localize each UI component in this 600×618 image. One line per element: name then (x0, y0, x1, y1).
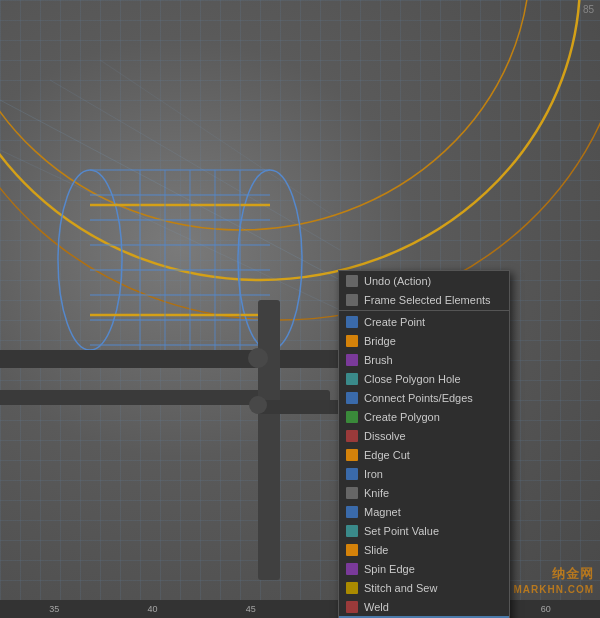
3d-viewport: Undo (Action) Frame Selected Elements Cr… (0, 0, 600, 618)
close-polygon-icon (345, 372, 359, 386)
menu-item-knife-label: Knife (364, 487, 389, 499)
iron-icon (345, 467, 359, 481)
menu-item-frame-label: Frame Selected Elements (364, 294, 491, 306)
menu-item-frame[interactable]: Frame Selected Elements (339, 290, 509, 309)
dissolve-icon (345, 429, 359, 443)
create-point-icon (345, 315, 359, 329)
menu-item-spin-edge[interactable]: Spin Edge (339, 559, 509, 578)
stitch-icon (345, 581, 359, 595)
bottom-ruler: 35 40 45 50 55 60 (0, 600, 600, 618)
menu-item-undo-label: Undo (Action) (364, 275, 431, 287)
menu-item-weld[interactable]: Weld (339, 597, 509, 616)
menu-item-slide[interactable]: Slide (339, 540, 509, 559)
menu-item-iron-label: Iron (364, 468, 383, 480)
menu-item-close-polygon-label: Close Polygon Hole (364, 373, 461, 385)
spin-edge-icon (345, 562, 359, 576)
menu-item-create-point[interactable]: Create Point (339, 312, 509, 331)
menu-item-create-point-label: Create Point (364, 316, 425, 328)
ruler-numbers: 35 40 45 50 55 60 (0, 604, 600, 614)
connect-icon (345, 391, 359, 405)
ruler-tick-35: 35 (5, 604, 103, 614)
watermark-line1: 纳金网 (513, 566, 594, 583)
menu-item-stitch-label: Stitch and Sew (364, 582, 437, 594)
menu-item-brush-label: Brush (364, 354, 393, 366)
menu-item-slide-label: Slide (364, 544, 388, 556)
menu-item-create-polygon-label: Create Polygon (364, 411, 440, 423)
edge-cut-icon (345, 448, 359, 462)
menu-item-magnet[interactable]: Magnet (339, 502, 509, 521)
menu-item-knife[interactable]: Knife (339, 483, 509, 502)
menu-item-edge-cut[interactable]: Edge Cut (339, 445, 509, 464)
menu-item-connect-label: Connect Points/Edges (364, 392, 473, 404)
menu-item-stitch[interactable]: Stitch and Sew (339, 578, 509, 597)
ruler-tick-60: 60 (497, 604, 595, 614)
magnet-icon (345, 505, 359, 519)
menu-item-spin-edge-label: Spin Edge (364, 563, 415, 575)
bridge-icon (345, 334, 359, 348)
menu-item-bridge-label: Bridge (364, 335, 396, 347)
menu-item-close-polygon[interactable]: Close Polygon Hole (339, 369, 509, 388)
menu-item-iron[interactable]: Iron (339, 464, 509, 483)
create-polygon-icon (345, 410, 359, 424)
menu-item-bridge[interactable]: Bridge (339, 331, 509, 350)
menu-item-create-polygon[interactable]: Create Polygon (339, 407, 509, 426)
context-menu: Undo (Action) Frame Selected Elements Cr… (338, 270, 510, 618)
watermark-line2: MARKHN.COM (513, 583, 594, 596)
slide-icon (345, 543, 359, 557)
menu-item-set-point-label: Set Point Value (364, 525, 439, 537)
menu-item-set-point[interactable]: Set Point Value (339, 521, 509, 540)
menu-item-brush[interactable]: Brush (339, 350, 509, 369)
frame-icon (345, 293, 359, 307)
grid-lines (0, 0, 600, 618)
undo-icon (345, 274, 359, 288)
watermark: 纳金网 MARKHN.COM (513, 566, 594, 596)
ruler-tick-40: 40 (103, 604, 201, 614)
menu-item-dissolve[interactable]: Dissolve (339, 426, 509, 445)
menu-item-edge-cut-label: Edge Cut (364, 449, 410, 461)
brush-icon (345, 353, 359, 367)
menu-item-dissolve-label: Dissolve (364, 430, 406, 442)
set-point-icon (345, 524, 359, 538)
menu-item-undo[interactable]: Undo (Action) (339, 271, 509, 290)
corner-label: 85 (583, 4, 594, 15)
weld-icon (345, 600, 359, 614)
menu-item-magnet-label: Magnet (364, 506, 401, 518)
menu-item-weld-label: Weld (364, 601, 389, 613)
ruler-tick-45: 45 (202, 604, 300, 614)
menu-item-connect[interactable]: Connect Points/Edges (339, 388, 509, 407)
knife-icon (345, 486, 359, 500)
